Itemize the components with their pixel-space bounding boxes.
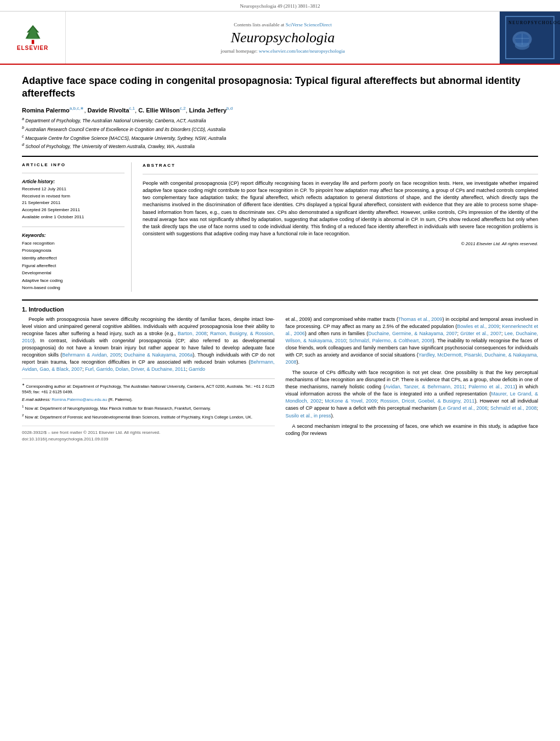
ref-avidan-2011[interactable]: Avidan, Tanzer, & Behrmann, 2011	[385, 384, 465, 389]
abstract-header: ABSTRACT	[143, 162, 538, 169]
body-col-left: People with prosopagnosia have severe di…	[22, 316, 275, 443]
journal-name: Neuropsychologia	[231, 30, 335, 46]
ref-legrand-2006[interactable]: Le Grand et al., 2006	[440, 405, 488, 411]
svg-rect-0	[31, 40, 34, 44]
footnote-2: 2 Now at: Department of Forensic and Neu…	[22, 413, 275, 420]
main-divider	[22, 156, 538, 157]
sciverse-link[interactable]: SciVerse ScienceDirect	[286, 22, 332, 27]
elsevier-wordmark: ELSEVIER	[17, 45, 48, 51]
intro-para-2: et al., 2009) and compromised white matt…	[286, 316, 539, 366]
authors-line: Romina Palermoa,b,c,∗, Davide Rivoltac,1…	[22, 106, 538, 114]
journal-citation-bar: Neuropsychologia 49 (2011) 3801–3812	[0, 0, 560, 12]
main-content: Adaptive face space coding in congenital…	[0, 65, 560, 452]
ref-thomas-2009[interactable]: Thomas et al., 2009	[398, 316, 442, 322]
journal-homepage: journal homepage: www.elsevier.com/locat…	[220, 48, 344, 54]
keywords-label: Keywords:	[22, 233, 125, 238]
ref-barton-2008[interactable]: Barton, 2008	[178, 331, 207, 336]
sciverse-line: Contents lists available at SciVerse Sci…	[234, 22, 332, 27]
intro-para-1: People with prosopagnosia have severe di…	[22, 316, 275, 373]
ref-duchaine-2007[interactable]: Duchaine, Germine, & Nakayama, 2007	[368, 331, 457, 336]
neuropsychologia-badge: NEUROPSYCHOLOGIA	[505, 16, 555, 59]
ref-schmalzl-2008[interactable]: Schmalzl, Palermo, & Coltheart, 2008	[349, 338, 432, 343]
article-info-header: ARTICLE INFO	[22, 162, 125, 167]
author-2: Davide Rivolta	[88, 106, 129, 113]
keyword-list: Face recognition Prosopagnosia Identity …	[22, 240, 125, 292]
body-divider	[22, 299, 538, 301]
affil-d: d School of Psychology, The University o…	[22, 142, 538, 150]
journal-title-area: Contents lists available at SciVerse Sci…	[66, 12, 500, 64]
ref-schmalzl-2008b[interactable]: Schmalzl et al., 2008	[490, 405, 537, 411]
keywords-section: Keywords: Face recognition Prosopagnosia…	[22, 233, 125, 292]
abstract-column: ABSTRACT People with congenital prosopag…	[143, 162, 538, 292]
author-3: C. Ellie Wilson	[138, 106, 180, 113]
email-link[interactable]: Romina.Palermo@anu.edu.au	[52, 397, 107, 402]
ref-rossion-2011[interactable]: Rossion, Dricot, Goebel, & Busigny, 2011	[381, 398, 475, 404]
journal-badge-area: NEUROPSYCHOLOGIA	[500, 12, 560, 64]
history-label: Article history:	[22, 179, 125, 184]
svg-marker-2	[27, 27, 38, 39]
intro-para-3: The source of CPs difficulty with face r…	[286, 369, 539, 419]
ref-yardley-2008[interactable]: Yardley, McDermott, Pisarski, Duchaine, …	[286, 352, 539, 365]
affil-a: a Department of Psychology, The Australi…	[22, 116, 538, 125]
ref-garrido[interactable]: Garrido	[189, 366, 205, 372]
elsevier-logo: ELSEVIER	[17, 24, 48, 51]
affil-c: c Macquarie Centre for Cognitive Science…	[22, 134, 538, 142]
ref-bowles-2009[interactable]: Bowles et al., 2009	[457, 324, 499, 329]
journal-banner: ELSEVIER Contents lists available at Sci…	[0, 12, 560, 65]
section-1-header: 1. Introduction	[22, 306, 538, 313]
body-col-right: et al., 2009) and compromised white matt…	[286, 316, 539, 443]
abstract-text: People with congenital prosopagnosia (CP…	[143, 180, 538, 237]
elsevier-tree-icon	[25, 24, 41, 45]
author-4: Linda Jeffery	[189, 106, 227, 113]
ref-gruter-2007[interactable]: Grüter et al., 2007	[460, 331, 501, 336]
article-dates: Received 12 July 2011 Received in revise…	[22, 186, 125, 221]
bottom-codes: 0028-3932/$ – see front matter © 2011 El…	[22, 426, 275, 442]
ref-furl-2011[interactable]: Furl, Garrido, Dolan, Driver, & Duchaine…	[85, 366, 186, 372]
often-word: often	[318, 331, 329, 336]
info-abstract-section: ARTICLE INFO Article history: Received 1…	[22, 162, 538, 292]
ref-ramon-2010[interactable]: Ramon, Busigny, & Rossion, 2010	[22, 331, 275, 343]
body-two-col: People with prosopagnosia have severe di…	[22, 316, 538, 443]
ref-palermo-2011[interactable]: Palermo et al., 2011	[468, 384, 515, 389]
journal-citation: Neuropsychologia 49 (2011) 3801–3812	[240, 3, 320, 9]
intro-para-4: A second mechanism integral to the proce…	[286, 423, 539, 437]
footnote-1: 1 Now at: Department of Neurophysiology,…	[22, 404, 275, 411]
affiliations: a Department of Psychology, The Australi…	[22, 116, 538, 150]
copyright: © 2011 Elsevier Ltd. All rights reserved…	[143, 241, 538, 247]
brain-icon	[508, 30, 536, 52]
affil-b: b Australian Research Council Centre of …	[22, 125, 538, 133]
elsevier-logo-area: ELSEVIER	[0, 12, 66, 64]
article-title: Adaptive face space coding in congenital…	[22, 75, 538, 100]
ref-susilo[interactable]: Susilo et al., in press	[286, 413, 331, 418]
author-1: Romina Palermo	[22, 106, 70, 113]
ref-behrmann-2005[interactable]: Behrmann & Avidan, 2005	[62, 352, 121, 358]
journal-homepage-link[interactable]: www.elsevier.com/locate/neuropsychologia	[259, 48, 345, 54]
footnote-email: E-mail address: Romina.Palermo@anu.edu.a…	[22, 397, 275, 403]
footnotes: ∗ Corresponding author at: Department of…	[22, 378, 275, 420]
ref-mckone-2009[interactable]: McKone & Yovel, 2009	[325, 398, 377, 404]
article-info-column: ARTICLE INFO Article history: Received 1…	[22, 162, 132, 292]
ref-duchaine-2006[interactable]: Duchaine & Nakayama, 2006a	[124, 352, 193, 358]
badge-title: NEUROPSYCHOLOGIA	[508, 20, 551, 25]
footnote-corresponding: ∗ Corresponding author at: Department of…	[22, 382, 275, 395]
